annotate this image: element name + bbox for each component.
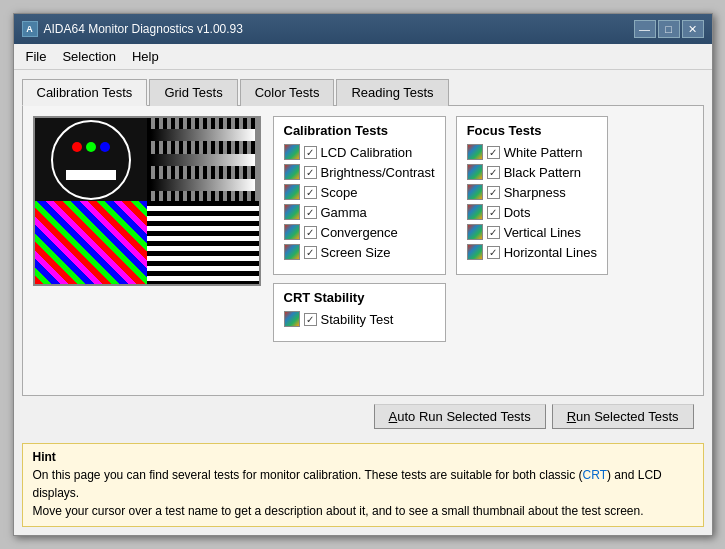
test-label-stability: Stability Test <box>321 312 394 327</box>
calibration-tests-title: Calibration Tests <box>284 123 435 138</box>
test-item-convergence[interactable]: ✓ Convergence <box>284 224 435 240</box>
tab-bar: Calibration Tests Grid Tests Color Tests… <box>22 78 704 106</box>
test-icon-sharpness <box>467 184 483 200</box>
test-label-hlines: Horizontal Lines <box>504 245 597 260</box>
rgb-dots <box>72 142 110 152</box>
crt-link: CRT <box>583 468 607 482</box>
test-label-vlines: Vertical Lines <box>504 225 581 240</box>
test-icon-lcd <box>284 144 300 160</box>
hint-title: Hint <box>33 450 693 464</box>
test-item-scope[interactable]: ✓ Scope <box>284 184 435 200</box>
test-item-vlines[interactable]: ✓ Vertical Lines <box>467 224 597 240</box>
checkbox-convergence[interactable]: ✓ <box>304 226 317 239</box>
test-icon-black <box>467 164 483 180</box>
calibration-tests-column: Calibration Tests ✓ LCD Calibration ✓ Br… <box>273 116 446 342</box>
test-icon-stability <box>284 311 300 327</box>
test-icon-brightness <box>284 164 300 180</box>
checkbox-screensize[interactable]: ✓ <box>304 246 317 259</box>
hint-line3: Move your cursor over a test name to get… <box>33 504 644 518</box>
checkbox-white[interactable]: ✓ <box>487 146 500 159</box>
test-label-dots: Dots <box>504 205 531 220</box>
focus-tests-column: Focus Tests ✓ White Pattern ✓ Black Patt… <box>456 116 608 342</box>
focus-tests-group: Focus Tests ✓ White Pattern ✓ Black Patt… <box>456 116 608 275</box>
tab-reading[interactable]: Reading Tests <box>336 79 448 106</box>
checkbox-stability[interactable]: ✓ <box>304 313 317 326</box>
preview-area <box>33 116 263 342</box>
checkbox-brightness[interactable]: ✓ <box>304 166 317 179</box>
test-item-dots[interactable]: ✓ Dots <box>467 204 597 220</box>
test-label-sharpness: Sharpness <box>504 185 566 200</box>
test-item-white[interactable]: ✓ White Pattern <box>467 144 597 160</box>
test-item-black[interactable]: ✓ Black Pattern <box>467 164 597 180</box>
checkbox-black[interactable]: ✓ <box>487 166 500 179</box>
close-button[interactable]: ✕ <box>682 20 704 38</box>
auto-run-button[interactable]: Auto Run Selected Tests <box>374 404 546 429</box>
checkbox-sharpness[interactable]: ✓ <box>487 186 500 199</box>
test-icon-white <box>467 144 483 160</box>
main-grid: Calibration Tests ✓ LCD Calibration ✓ Br… <box>33 116 693 342</box>
stability-title: CRT Stability <box>284 290 435 305</box>
menu-file[interactable]: File <box>18 46 55 67</box>
title-controls: — □ ✕ <box>634 20 704 38</box>
test-icon-vlines <box>467 224 483 240</box>
test-label-white: White Pattern <box>504 145 583 160</box>
checkbox-dots[interactable]: ✓ <box>487 206 500 219</box>
test-icon-hlines <box>467 244 483 260</box>
main-window: A AIDA64 Monitor Diagnostics v1.00.93 — … <box>13 13 713 536</box>
checkbox-lcd[interactable]: ✓ <box>304 146 317 159</box>
test-item-lcd[interactable]: ✓ LCD Calibration <box>284 144 435 160</box>
gray-bar-3 <box>151 179 255 191</box>
test-item-sharpness[interactable]: ✓ Sharpness <box>467 184 597 200</box>
gray-bar-2 <box>151 154 255 166</box>
gray-bar-1 <box>151 129 255 141</box>
calibration-tests-group: Calibration Tests ✓ LCD Calibration ✓ Br… <box>273 116 446 275</box>
test-label-scope: Scope <box>321 185 358 200</box>
maximize-button[interactable]: □ <box>658 20 680 38</box>
run-selected-button[interactable]: Run Selected Tests <box>552 404 694 429</box>
circle-target <box>51 120 131 200</box>
center-bar <box>66 170 116 180</box>
menu-help[interactable]: Help <box>124 46 167 67</box>
dot-red <box>72 142 82 152</box>
test-label-brightness: Brightness/Contrast <box>321 165 435 180</box>
tab-grid[interactable]: Grid Tests <box>149 79 237 106</box>
preview-q1 <box>35 118 147 201</box>
menu-selection[interactable]: Selection <box>54 46 123 67</box>
content-area: Calibration Tests Grid Tests Color Tests… <box>14 70 712 443</box>
test-item-gamma[interactable]: ✓ Gamma <box>284 204 435 220</box>
hint-line2: displays. <box>33 486 80 500</box>
test-item-stability[interactable]: ✓ Stability Test <box>284 311 435 327</box>
hint-area: Hint On this page you can find several t… <box>22 443 704 527</box>
window-title: AIDA64 Monitor Diagnostics v1.00.93 <box>44 22 243 36</box>
minimize-button[interactable]: — <box>634 20 656 38</box>
preview-q4-lines <box>147 201 259 284</box>
test-item-brightness[interactable]: ✓ Brightness/Contrast <box>284 164 435 180</box>
checkbox-scope[interactable]: ✓ <box>304 186 317 199</box>
test-item-hlines[interactable]: ✓ Horizontal Lines <box>467 244 597 260</box>
app-icon: A <box>22 21 38 37</box>
tab-color[interactable]: Color Tests <box>240 79 335 106</box>
preview-image <box>33 116 261 286</box>
focus-tests-title: Focus Tests <box>467 123 597 138</box>
test-icon-scope <box>284 184 300 200</box>
tests-container: Calibration Tests ✓ LCD Calibration ✓ Br… <box>273 116 693 342</box>
stability-group: CRT Stability ✓ Stability Test <box>273 283 446 342</box>
test-item-screensize[interactable]: ✓ Screen Size <box>284 244 435 260</box>
checkbox-vlines[interactable]: ✓ <box>487 226 500 239</box>
checkbox-gamma[interactable]: ✓ <box>304 206 317 219</box>
bottom-buttons: Auto Run Selected Tests Run Selected Tes… <box>22 396 704 435</box>
test-label-gamma: Gamma <box>321 205 367 220</box>
test-label-convergence: Convergence <box>321 225 398 240</box>
tab-calibration[interactable]: Calibration Tests <box>22 79 148 106</box>
test-label-black: Black Pattern <box>504 165 581 180</box>
test-label-screensize: Screen Size <box>321 245 391 260</box>
title-bar-left: A AIDA64 Monitor Diagnostics v1.00.93 <box>22 21 243 37</box>
preview-q3-rgb-grid <box>35 201 147 284</box>
main-panel: Calibration Tests ✓ LCD Calibration ✓ Br… <box>22 106 704 396</box>
menu-bar: File Selection Help <box>14 44 712 70</box>
title-bar: A AIDA64 Monitor Diagnostics v1.00.93 — … <box>14 14 712 44</box>
checkbox-hlines[interactable]: ✓ <box>487 246 500 259</box>
hint-text: On this page you can find several tests … <box>33 466 693 520</box>
test-icon-convergence <box>284 224 300 240</box>
test-icon-gamma <box>284 204 300 220</box>
